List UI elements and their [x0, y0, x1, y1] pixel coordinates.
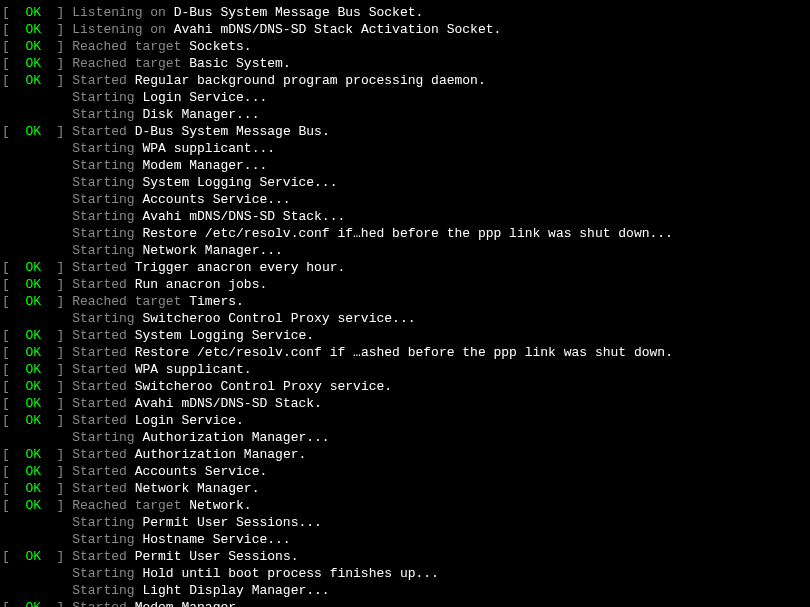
status-ok: OK: [25, 276, 41, 293]
boot-action: Starting: [72, 89, 142, 106]
boot-action: Starting: [72, 225, 142, 242]
status-bracket-open: [: [2, 123, 25, 140]
status-bracket-close: ]: [41, 276, 72, 293]
boot-log-line: Starting Authorization Manager...: [2, 429, 808, 446]
boot-action: Started: [72, 480, 134, 497]
boot-log-line: [ OK ] Started D-Bus System Message Bus.: [2, 123, 808, 140]
boot-action: Started: [72, 463, 134, 480]
status-blank: [2, 140, 72, 157]
status-ok: OK: [25, 259, 41, 276]
status-blank: [2, 157, 72, 174]
status-ok: OK: [25, 446, 41, 463]
status-ok: OK: [25, 4, 41, 21]
boot-log-line: [ OK ] Started Modem Manager.: [2, 599, 808, 607]
boot-subject: Modem Manager.: [135, 599, 244, 607]
status-bracket-open: [: [2, 327, 25, 344]
boot-log-line: Starting Accounts Service...: [2, 191, 808, 208]
boot-action: Started: [72, 327, 134, 344]
status-bracket-close: ]: [41, 497, 72, 514]
status-blank: [2, 565, 72, 582]
status-ok: OK: [25, 293, 41, 310]
status-bracket-close: ]: [41, 463, 72, 480]
boot-action: Starting: [72, 208, 142, 225]
boot-log-line: Starting Avahi mDNS/DNS-SD Stack...: [2, 208, 808, 225]
status-ok: OK: [25, 463, 41, 480]
status-blank: [2, 531, 72, 548]
boot-log-line: Starting Permit User Sessions...: [2, 514, 808, 531]
boot-action: Starting: [72, 157, 142, 174]
boot-log-line: [ OK ] Reached target Network.: [2, 497, 808, 514]
boot-subject: Avahi mDNS/DNS-SD Stack Activation Socke…: [174, 21, 502, 38]
boot-action: Reached target: [72, 497, 189, 514]
status-blank: [2, 191, 72, 208]
status-blank: [2, 310, 72, 327]
boot-action: Starting: [72, 191, 142, 208]
boot-log-line: Starting Hostname Service...: [2, 531, 808, 548]
boot-subject: D-Bus System Message Bus Socket.: [174, 4, 424, 21]
status-bracket-open: [: [2, 395, 25, 412]
boot-action: Starting: [72, 514, 142, 531]
boot-subject: Permit User Sessions...: [142, 514, 321, 531]
status-bracket-open: [: [2, 446, 25, 463]
status-bracket-close: ]: [41, 395, 72, 412]
boot-action: Started: [72, 446, 134, 463]
boot-log-line: Starting Light Display Manager...: [2, 582, 808, 599]
boot-action: Started: [72, 123, 134, 140]
boot-log-line: [ OK ] Reached target Timers.: [2, 293, 808, 310]
status-bracket-close: ]: [41, 378, 72, 395]
boot-action: Starting: [72, 106, 142, 123]
boot-subject: Restore /etc/resolv.conf if…hed before t…: [142, 225, 673, 242]
boot-action: Reached target: [72, 55, 189, 72]
status-blank: [2, 208, 72, 225]
status-bracket-open: [: [2, 55, 25, 72]
boot-log-line: Starting Network Manager...: [2, 242, 808, 259]
status-ok: OK: [25, 378, 41, 395]
status-bracket-close: ]: [41, 327, 72, 344]
status-bracket-open: [: [2, 344, 25, 361]
boot-subject: Login Service...: [142, 89, 267, 106]
boot-action: Started: [72, 412, 134, 429]
boot-subject: Accounts Service...: [142, 191, 290, 208]
status-bracket-open: [: [2, 293, 25, 310]
status-ok: OK: [25, 21, 41, 38]
status-ok: OK: [25, 412, 41, 429]
boot-action: Reached target: [72, 38, 189, 55]
boot-action: Reached target: [72, 293, 189, 310]
status-ok: OK: [25, 395, 41, 412]
boot-action: Started: [72, 548, 134, 565]
status-bracket-open: [: [2, 4, 25, 21]
boot-log-line: [ OK ] Started System Logging Service.: [2, 327, 808, 344]
boot-log-line: [ OK ] Started WPA supplicant.: [2, 361, 808, 378]
boot-action: Started: [72, 378, 134, 395]
boot-log-line: [ OK ] Started Switcheroo Control Proxy …: [2, 378, 808, 395]
status-bracket-close: ]: [41, 599, 72, 607]
boot-action: Started: [72, 395, 134, 412]
status-ok: OK: [25, 55, 41, 72]
status-blank: [2, 242, 72, 259]
boot-action: Started: [72, 72, 134, 89]
boot-subject: Avahi mDNS/DNS-SD Stack.: [135, 395, 322, 412]
boot-subject: Switcheroo Control Proxy service...: [142, 310, 415, 327]
boot-subject: Disk Manager...: [142, 106, 259, 123]
boot-log-line: [ OK ] Started Accounts Service.: [2, 463, 808, 480]
boot-log-line: [ OK ] Started Permit User Sessions.: [2, 548, 808, 565]
boot-log-line: Starting Switcheroo Control Proxy servic…: [2, 310, 808, 327]
boot-subject: Authorization Manager.: [135, 446, 307, 463]
boot-log-line: [ OK ] Started Authorization Manager.: [2, 446, 808, 463]
boot-log-line: [ OK ] Listening on D-Bus System Message…: [2, 4, 808, 21]
boot-log-line: [ OK ] Started Run anacron jobs.: [2, 276, 808, 293]
boot-action: Starting: [72, 582, 142, 599]
boot-subject: Modem Manager...: [142, 157, 267, 174]
status-bracket-close: ]: [41, 480, 72, 497]
boot-subject: Sockets.: [189, 38, 251, 55]
status-bracket-close: ]: [41, 123, 72, 140]
boot-action: Starting: [72, 531, 142, 548]
boot-action: Starting: [72, 140, 142, 157]
boot-subject: D-Bus System Message Bus.: [135, 123, 330, 140]
status-bracket-close: ]: [41, 21, 72, 38]
boot-action: Listening on: [72, 4, 173, 21]
status-ok: OK: [25, 327, 41, 344]
status-bracket-close: ]: [41, 293, 72, 310]
status-bracket-open: [: [2, 463, 25, 480]
status-ok: OK: [25, 344, 41, 361]
